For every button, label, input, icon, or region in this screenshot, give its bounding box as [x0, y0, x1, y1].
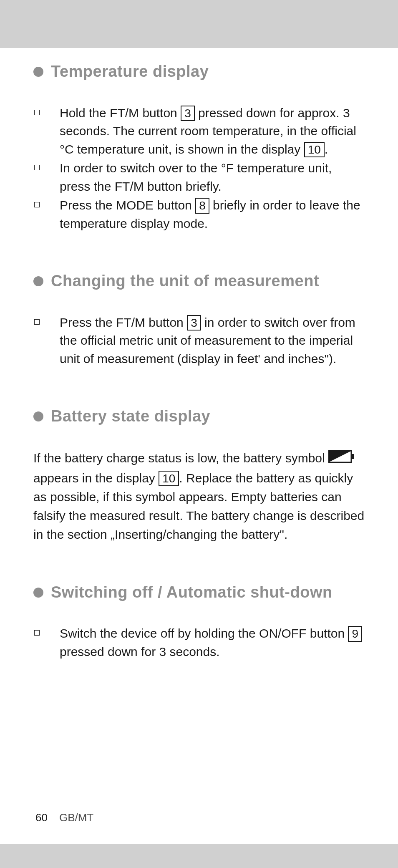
section: Temperature displayHold the FT/M button … [33, 63, 365, 232]
section: Switching off / Automatic shut-downSwitc… [33, 583, 365, 661]
instruction-step: Hold the FT/M button 3 pressed down for … [33, 104, 365, 159]
body-text: Press the MODE button [60, 198, 195, 212]
step-text: In order to switch over to the °F temper… [60, 159, 365, 195]
section-paragraph: If the battery charge status is low, the… [33, 449, 365, 544]
bullet-disc-icon [33, 588, 43, 598]
svg-marker-2 [329, 451, 351, 462]
instruction-step: Press the FT/M button 3 in order to swit… [33, 313, 365, 368]
section-header: Temperature display [33, 63, 365, 81]
checkbox-bullet-icon [34, 630, 40, 636]
step-text: Hold the FT/M button 3 pressed down for … [60, 104, 365, 159]
page-footer: 60 GB/MT [35, 811, 93, 824]
body-text: Press the FT/M button [60, 315, 187, 329]
checkbox-bullet-icon [34, 319, 40, 325]
keycap-ref: 10 [159, 471, 179, 487]
checkbox-bullet-icon [34, 165, 40, 170]
keycap-ref: 10 [304, 142, 325, 158]
section: Battery state displayIf the battery char… [33, 407, 365, 543]
bullet-disc-icon [33, 411, 43, 421]
instruction-step: Switch the device off by holding the ON/… [33, 624, 365, 661]
section-header: Battery state display [33, 407, 365, 426]
instruction-step: In order to switch over to the °F temper… [33, 159, 365, 195]
section-header: Changing the unit of measurement [33, 272, 365, 290]
manual-page: Temperature displayHold the FT/M button … [0, 0, 398, 868]
keycap-ref: 9 [348, 626, 362, 642]
battery-low-icon [328, 449, 354, 468]
body-text: pressed down for 3 seconds. [60, 645, 220, 659]
section-title: Temperature display [51, 63, 209, 81]
section-title: Battery state display [51, 407, 210, 426]
keycap-ref: 3 [187, 315, 201, 331]
step-text: Switch the device off by holding the ON/… [60, 624, 365, 661]
top-margin [0, 0, 398, 48]
section-title: Switching off / Automatic shut-down [51, 583, 333, 602]
keycap-ref: 8 [195, 198, 209, 214]
locale-label: GB/MT [59, 811, 93, 824]
body-text: appears in the display [33, 471, 159, 485]
section-header: Switching off / Automatic shut-down [33, 583, 365, 602]
bottom-margin [0, 844, 398, 868]
content-area: Temperature displayHold the FT/M button … [33, 63, 365, 661]
keycap-ref: 3 [181, 106, 195, 121]
section: Changing the unit of measurementPress th… [33, 272, 365, 368]
instruction-step: Press the MODE button 8 briefly in order… [33, 196, 365, 232]
svg-rect-1 [351, 454, 354, 459]
step-text: Press the FT/M button 3 in order to swit… [60, 313, 365, 368]
body-text: Switch the device off by holding the ON/… [60, 626, 348, 640]
page-number: 60 [35, 811, 48, 824]
checkbox-bullet-icon [34, 110, 40, 115]
bullet-disc-icon [33, 276, 43, 286]
step-text: Press the MODE button 8 briefly in order… [60, 196, 365, 232]
body-text: If the battery charge status is low, the… [33, 451, 328, 465]
body-text: In order to switch over to the °F temper… [60, 161, 332, 193]
checkbox-bullet-icon [34, 202, 40, 207]
body-text: Hold the FT/M button [60, 106, 181, 120]
bullet-disc-icon [33, 67, 43, 77]
body-text: . [325, 142, 328, 156]
section-title: Changing the unit of measurement [51, 272, 319, 290]
